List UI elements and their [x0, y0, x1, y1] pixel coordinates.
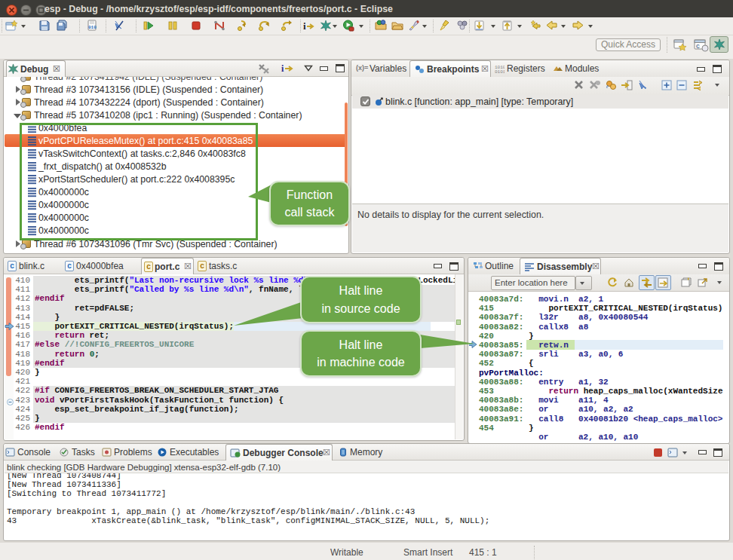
svg-text:i: i [281, 63, 284, 74]
svg-text:010: 010 [88, 25, 97, 30]
svg-text:C: C [696, 43, 700, 50]
svg-text:0101: 0101 [495, 69, 505, 73]
svg-text:i: i [303, 20, 306, 32]
